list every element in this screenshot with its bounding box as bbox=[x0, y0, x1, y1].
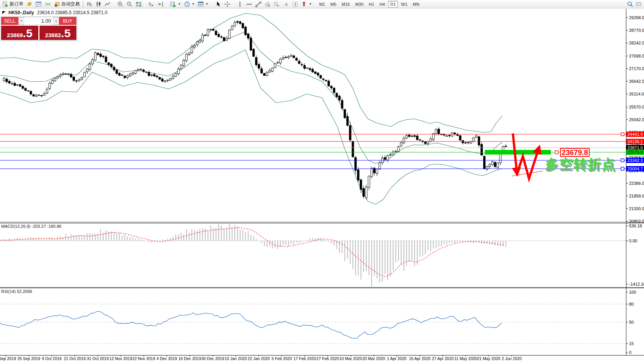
svg-text:24136.1: 24136.1 bbox=[628, 139, 643, 144]
svg-text:23004.7: 23004.7 bbox=[628, 166, 643, 171]
timeframe-button-W1[interactable]: W1 bbox=[399, 1, 410, 8]
svg-text:25570.0: 25570.0 bbox=[629, 105, 644, 109]
svg-text:27 Feb 2020: 27 Feb 2020 bbox=[317, 356, 339, 361]
svg-text:0: 0 bbox=[629, 350, 631, 355]
auto-scroll-button[interactable] bbox=[147, 0, 156, 8]
window-frame bbox=[0, 9, 644, 355]
sell-price-tile[interactable]: 23869.5 bbox=[1, 26, 38, 40]
svg-text:28242.0: 28242.0 bbox=[629, 41, 644, 45]
fibonacci-tool-button[interactable]: F bbox=[272, 0, 281, 8]
gold-symbol-button[interactable] bbox=[25, 0, 34, 8]
toolbar-separator bbox=[167, 1, 167, 7]
one-click-trading-panel: SELL ▼ ▲ BUY 23869.5 23882.5 bbox=[1, 16, 77, 40]
candlestick-icon bbox=[95, 1, 102, 7]
buy-button[interactable]: BUY bbox=[59, 17, 76, 25]
buy-price-frac: .5 bbox=[61, 28, 71, 39]
search-icon[interactable] bbox=[627, 1, 633, 7]
timeframe-button-H1[interactable]: H1 bbox=[366, 1, 376, 8]
volume-input[interactable] bbox=[24, 17, 53, 25]
svg-text:20 Mar 2020: 20 Mar 2020 bbox=[363, 356, 385, 361]
zoom-in-icon bbox=[117, 1, 123, 7]
zoom-in-button[interactable] bbox=[116, 0, 125, 8]
svg-text:25042.0: 25042.0 bbox=[629, 117, 644, 122]
svg-text:15: 15 bbox=[629, 341, 634, 346]
price-level-callout[interactable]: 23679.8 bbox=[560, 148, 590, 157]
sell-button[interactable]: SELL bbox=[1, 17, 18, 25]
bar-chart-mode-button[interactable] bbox=[85, 0, 94, 8]
line-chart-mode-button[interactable] bbox=[103, 0, 112, 8]
market-watch-button[interactable] bbox=[34, 0, 43, 8]
arrows-tool-button[interactable]: ▼ bbox=[300, 0, 314, 8]
volume-increase-button[interactable]: ▲ bbox=[53, 17, 59, 25]
templates-button[interactable]: ▼ bbox=[196, 0, 210, 8]
text-icon: A bbox=[283, 1, 289, 7]
signals-button[interactable] bbox=[43, 0, 53, 8]
timeframe-button-H4[interactable]: H4 bbox=[377, 1, 387, 8]
svg-text:28770.0: 28770.0 bbox=[629, 28, 644, 33]
svg-text:31 Oct 2019: 31 Oct 2019 bbox=[87, 356, 108, 361]
svg-text:26114.0: 26114.0 bbox=[629, 92, 644, 96]
timeframe-button-M5[interactable]: M5 bbox=[328, 1, 338, 8]
svg-text:27698.0: 27698.0 bbox=[629, 54, 644, 58]
line-handle bbox=[621, 159, 624, 162]
chat-icon[interactable] bbox=[636, 1, 642, 7]
toolbar-separator bbox=[145, 1, 145, 7]
cursor-icon bbox=[215, 1, 221, 7]
svg-text:26642.0: 26642.0 bbox=[629, 79, 644, 84]
vertical-line-icon bbox=[237, 1, 243, 7]
timeframe-button-MN[interactable]: MN bbox=[411, 1, 422, 8]
tile-windows-icon bbox=[136, 1, 142, 7]
vertical-line-tool-button[interactable] bbox=[235, 0, 245, 8]
symbol-period-label: HK50-,Daily bbox=[8, 10, 34, 15]
timeframe-button-D1[interactable]: D1 bbox=[388, 1, 398, 8]
text-label-tool-button[interactable]: T bbox=[291, 0, 300, 8]
candlestick-mode-button[interactable] bbox=[94, 0, 103, 8]
toolbar: 新订单 自动交易 bbox=[0, 0, 644, 8]
gold-ingot-icon bbox=[26, 1, 33, 7]
dropdown-caret-icon: ▼ bbox=[205, 2, 209, 6]
timeframe-button-M1[interactable]: M1 bbox=[317, 1, 327, 8]
ohlc-values: 23616.0 23885.5 23514.5 23871.0 bbox=[37, 10, 108, 15]
bull-bear-turning-point-note[interactable]: 多空转折点 bbox=[545, 155, 616, 173]
horizontal-line-tool-button[interactable] bbox=[245, 0, 254, 8]
time-axis[interactable]: 3 Sep 201925 Sep 20199 Oct 201921 Oct 20… bbox=[0, 355, 522, 361]
trendline-icon bbox=[255, 1, 261, 7]
periods-button[interactable]: ▼ bbox=[182, 0, 196, 8]
volume-decrease-button[interactable]: ▼ bbox=[18, 17, 24, 25]
add-indicator-icon bbox=[170, 1, 176, 7]
svg-text:24441.4: 24441.4 bbox=[628, 132, 643, 137]
price-axis[interactable]: 29298.028770.028242.027698.027170.026642… bbox=[626, 15, 644, 224]
timeframe-button-M15[interactable]: M15 bbox=[339, 1, 352, 8]
fibonacci-icon: F bbox=[274, 1, 280, 7]
line-handle bbox=[621, 133, 624, 136]
zoom-out-button[interactable] bbox=[125, 0, 134, 8]
new-order-button[interactable]: 新订单 bbox=[1, 0, 25, 8]
text-tool-button[interactable]: A bbox=[281, 0, 291, 8]
horizontal-line-icon bbox=[246, 1, 252, 7]
dropdown-caret-icon: ▼ bbox=[192, 2, 195, 6]
buy-price-tile[interactable]: 23882.5 bbox=[39, 26, 77, 40]
crosshair-tool-button[interactable] bbox=[223, 0, 232, 8]
cursor-tool-button[interactable] bbox=[214, 0, 223, 8]
macd-window: 536.180.00-1412.34 bbox=[0, 223, 644, 288]
indicators-button[interactable]: ▼ bbox=[169, 0, 182, 8]
chart-window-icon bbox=[36, 1, 42, 7]
svg-text:3 Sep 2019: 3 Sep 2019 bbox=[0, 356, 16, 361]
timeframe-button-M30[interactable]: M30 bbox=[353, 1, 366, 8]
trendline-tool-button[interactable] bbox=[254, 0, 263, 8]
svg-text:22386.0: 22386.0 bbox=[629, 181, 644, 186]
toolbar-separator bbox=[315, 1, 315, 7]
tile-windows-button[interactable] bbox=[134, 0, 143, 8]
rsi-window: 1008050150 bbox=[0, 290, 636, 355]
equidistant-channel-tool-button[interactable]: E bbox=[263, 0, 272, 8]
svg-text:80: 80 bbox=[629, 302, 634, 306]
line-handle bbox=[555, 151, 558, 154]
macd-indicator-label: MACD(12,26,9) -203.27 -180.86 bbox=[1, 224, 61, 229]
svg-text:1 Apr 2020: 1 Apr 2020 bbox=[387, 356, 407, 361]
channel-icon: E bbox=[264, 1, 271, 7]
svg-text:100: 100 bbox=[629, 290, 636, 295]
line-chart-icon bbox=[105, 1, 111, 7]
template-icon bbox=[198, 1, 204, 7]
chart-shift-button[interactable] bbox=[156, 0, 165, 8]
autotrading-button[interactable]: 自动交易 bbox=[53, 0, 81, 8]
